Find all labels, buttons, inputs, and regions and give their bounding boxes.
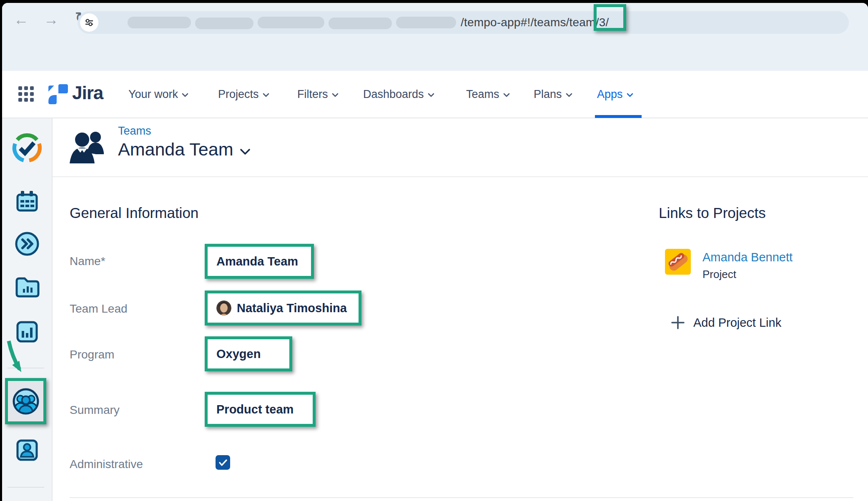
nav-item-your-work[interactable]: Your work — [128, 71, 188, 118]
annotation-arrow — [5, 339, 29, 378]
chevron-down-icon — [503, 93, 510, 97]
chevron-down-icon — [627, 93, 633, 97]
project-link[interactable]: Amanda Bennett — [702, 250, 793, 264]
project-avatar[interactable] — [665, 249, 691, 275]
chevron-down-icon[interactable] — [240, 148, 251, 155]
section-divider — [70, 497, 853, 498]
team-avatar-icon — [69, 130, 109, 163]
chevron-down-icon — [182, 93, 188, 97]
hotdog-icon — [665, 249, 691, 275]
nav-item-apps[interactable]: Apps — [597, 71, 633, 118]
team-lead-field[interactable]: Nataliya Timoshina — [205, 291, 361, 326]
program-value: Oxygen — [216, 347, 261, 361]
nav-item-label: Plans — [534, 88, 562, 101]
jira-wordmark[interactable]: Jira — [72, 83, 103, 103]
tempo-logo-icon[interactable] — [12, 133, 43, 163]
nav-item-projects[interactable]: Projects — [218, 71, 269, 118]
browser-window: ← → ↻ /tempo-app#!/teams/team/3/ — [2, 3, 868, 501]
sidebar-item-teams[interactable] — [5, 378, 46, 424]
summary-label: Summary — [70, 403, 120, 417]
main-content: Teams Amanda Team General Information Na… — [53, 118, 868, 501]
add-project-link-label: Add Project Link — [693, 316, 781, 330]
project-type: Project — [702, 268, 736, 281]
breadcrumb-teams[interactable]: Teams — [118, 125, 151, 138]
redacted-url-segment — [258, 17, 324, 28]
jira-navbar: Jira Your work Projects Filters Dashboar… — [2, 71, 868, 118]
nav-item-label: Your work — [128, 88, 178, 101]
team-lead-avatar — [216, 301, 231, 316]
page-title: Amanda Team — [118, 139, 251, 160]
program-field[interactable]: Oxygen — [205, 336, 292, 371]
person-card-icon[interactable] — [15, 438, 39, 462]
nav-item-label: Apps — [597, 88, 623, 101]
active-nav-underline — [595, 115, 642, 118]
site-settings-chip[interactable] — [80, 13, 98, 32]
url-visible-path: /tempo-app#!/teams/team/3/ — [461, 16, 609, 29]
add-project-link-button[interactable]: Add Project Link — [671, 316, 781, 330]
program-label: Program — [70, 348, 114, 361]
redacted-url-segment — [128, 17, 191, 28]
redacted-url-segment — [329, 18, 392, 29]
chevron-down-icon — [566, 93, 572, 97]
redacted-url-segment — [195, 18, 253, 29]
nav-item-label: Projects — [218, 88, 259, 101]
administrative-label: Administrative — [70, 458, 143, 471]
nav-item-label: Filters — [297, 88, 328, 101]
chevron-down-icon — [263, 93, 269, 97]
address-bar[interactable]: /tempo-app#!/teams/team/3/ — [78, 11, 849, 34]
team-lead-value: Nataliya Timoshina — [237, 301, 347, 315]
browser-toolbar: ← → ↻ /tempo-app#!/teams/team/3/ — [2, 3, 868, 71]
tune-icon — [84, 18, 94, 28]
tempo-sidebar — [2, 118, 53, 501]
team-name-title: Amanda Team — [118, 139, 233, 160]
name-field[interactable]: Amanda Team — [205, 244, 314, 279]
calendar-icon[interactable] — [15, 190, 39, 213]
nav-item-label: Teams — [466, 88, 499, 101]
skip-chevrons-icon[interactable] — [15, 231, 40, 256]
team-lead-label: Team Lead — [70, 302, 128, 316]
nav-item-teams[interactable]: Teams — [466, 71, 510, 118]
back-icon[interactable]: ← — [14, 10, 29, 29]
header-divider — [53, 176, 868, 177]
nav-item-dashboards[interactable]: Dashboards — [363, 71, 434, 118]
chevron-down-icon — [332, 93, 339, 97]
jira-logo-icon[interactable] — [47, 83, 69, 105]
summary-field[interactable]: Product team — [205, 392, 316, 427]
nav-item-label: Dashboards — [363, 88, 424, 101]
name-value: Amanda Team — [216, 255, 298, 268]
redacted-url-segment — [396, 17, 456, 28]
plus-icon — [671, 316, 685, 330]
folder-report-icon[interactable] — [15, 276, 40, 299]
summary-value: Product team — [216, 403, 294, 416]
links-to-projects-heading: Links to Projects — [659, 205, 766, 221]
teams-icon — [13, 388, 39, 415]
name-label: Name* — [70, 255, 105, 268]
forward-icon[interactable]: → — [44, 10, 59, 29]
check-icon — [218, 459, 228, 466]
sidebar-divider — [8, 487, 44, 488]
app-switcher-icon[interactable] — [18, 86, 35, 103]
general-info-heading: General Information — [70, 205, 198, 221]
chevron-down-icon — [428, 93, 434, 97]
annotation-box-url-team-id — [594, 4, 626, 31]
nav-item-filters[interactable]: Filters — [297, 71, 339, 118]
nav-item-plans[interactable]: Plans — [534, 71, 572, 118]
administrative-checkbox[interactable] — [216, 455, 230, 470]
